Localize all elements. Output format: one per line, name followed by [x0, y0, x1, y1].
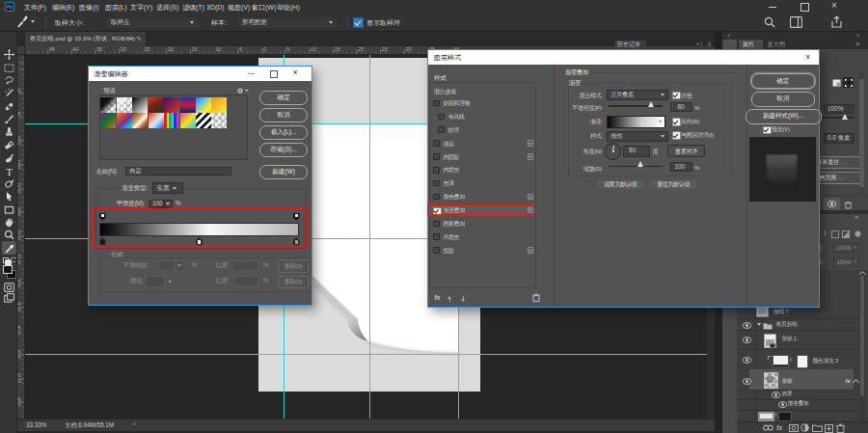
svg-text:T: T — [6, 166, 13, 176]
